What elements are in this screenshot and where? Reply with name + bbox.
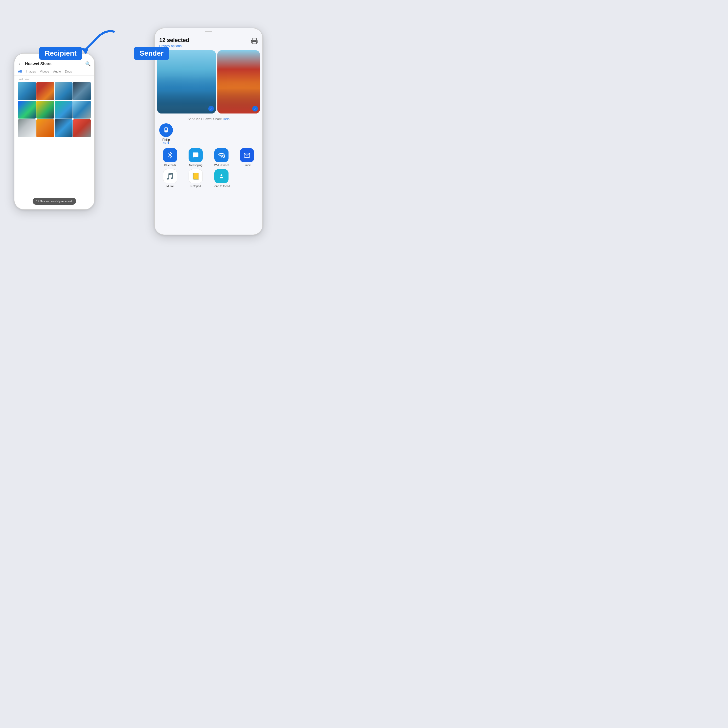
tab-docs[interactable]: Docs (65, 68, 74, 75)
left-tabs: All Images Videos Audio Docs (14, 68, 94, 76)
contact-icon (159, 123, 173, 137)
volume-btn-up (14, 99, 14, 109)
list-item[interactable] (73, 119, 91, 137)
list-item[interactable] (18, 101, 36, 119)
send-to-friend-label: Send to friend (213, 185, 230, 188)
email-label: Email (243, 164, 251, 167)
selected-count-title: 12 selected (159, 37, 189, 43)
share-messaging[interactable]: Messaging (184, 148, 208, 167)
right-side-button[interactable] (262, 95, 263, 108)
share-email[interactable]: Email (236, 148, 259, 167)
right-phone: 12 selected Privacy options ✓ (154, 28, 263, 235)
svg-point-9 (220, 174, 222, 176)
share-send-to-friend[interactable]: Send to friend (210, 169, 233, 188)
scene: Recipient Sender ← Huawei Share 🔍 All Im… (0, 0, 273, 273)
notepad-label: Notepad (190, 185, 201, 188)
selected-photo-mountain[interactable]: ✓ (217, 50, 260, 113)
sender-label: Sender (134, 47, 169, 60)
search-icon[interactable]: 🔍 (85, 61, 91, 67)
list-item[interactable] (55, 82, 73, 100)
contact-item[interactable]: Philip Sent (159, 123, 173, 145)
tab-images[interactable]: Images (26, 68, 38, 75)
music-label: Music (166, 185, 174, 188)
messaging-label: Messaging (189, 164, 202, 167)
svg-point-3 (256, 41, 256, 41)
svg-rect-1 (252, 38, 256, 40)
list-item[interactable] (18, 82, 36, 100)
svg-point-6 (222, 155, 225, 158)
svg-rect-2 (252, 41, 256, 44)
volume-btn-down (14, 112, 14, 122)
list-item[interactable] (37, 119, 54, 137)
messaging-icon (188, 148, 203, 162)
list-item[interactable] (73, 101, 91, 119)
right-power-button[interactable] (262, 79, 263, 92)
share-music[interactable]: 🎵 Music (158, 169, 182, 188)
notepad-icon: 📒 (188, 169, 203, 183)
tab-all[interactable]: All (18, 68, 24, 75)
list-item[interactable] (55, 101, 73, 119)
arrow-indicator (78, 26, 119, 57)
print-icon[interactable] (251, 37, 258, 46)
right-notch (205, 31, 213, 32)
right-top-bar (155, 28, 262, 35)
help-link[interactable]: Help (223, 117, 229, 121)
svg-rect-5 (165, 128, 167, 130)
bluetooth-label: Bluetooth (164, 164, 176, 167)
right-phone-screen: 12 selected Privacy options ✓ (155, 28, 262, 235)
share-bluetooth[interactable]: Bluetooth (158, 148, 182, 167)
wifi-direct-icon (214, 148, 228, 162)
share-options-row2: 🎵 Music 📒 Notepad (155, 169, 262, 190)
list-item[interactable] (37, 82, 54, 100)
toast-message: 12 files successfully received. (33, 198, 76, 205)
list-item[interactable] (37, 101, 54, 119)
send-to-friend-icon (214, 169, 228, 183)
power-button[interactable] (94, 104, 95, 117)
left-header: ← Huawei Share 🔍 (14, 59, 94, 68)
share-placeholder (236, 169, 259, 188)
right-header: 12 selected Privacy options (155, 35, 262, 49)
photo-grid (14, 82, 94, 138)
send-via-row: Send via Huawei Share Help (155, 115, 262, 122)
back-button[interactable]: ← (18, 61, 23, 67)
check-badge: ✓ (208, 106, 214, 112)
music-icon: 🎵 (163, 169, 177, 183)
contact-row: Philip Sent (155, 122, 262, 145)
left-phone: ← Huawei Share 🔍 All Images Videos Audio… (14, 53, 95, 210)
tab-videos[interactable]: Videos (40, 68, 51, 75)
tab-audio[interactable]: Audio (53, 68, 63, 75)
section-label: Just now (14, 76, 94, 82)
left-screen-title: Huawei Share (25, 62, 85, 66)
check-badge-2: ✓ (252, 106, 258, 112)
selected-photos-row: ✓ ✓ (155, 49, 262, 115)
share-notepad[interactable]: 📒 Notepad (184, 169, 208, 188)
contact-status: Sent (163, 142, 169, 145)
share-wifi-direct[interactable]: Wi-Fi Direct (210, 148, 233, 167)
recipient-label: Recipient (39, 47, 82, 60)
contact-name: Philip (162, 138, 170, 142)
wifi-direct-label: Wi-Fi Direct (214, 164, 228, 167)
list-item[interactable] (73, 82, 91, 100)
list-item[interactable] (55, 119, 73, 137)
email-icon (240, 148, 254, 162)
bluetooth-icon (163, 148, 177, 162)
list-item[interactable] (18, 119, 36, 137)
share-options-row1: Bluetooth Messaging (155, 145, 262, 169)
left-phone-screen: ← Huawei Share 🔍 All Images Videos Audio… (14, 54, 94, 209)
